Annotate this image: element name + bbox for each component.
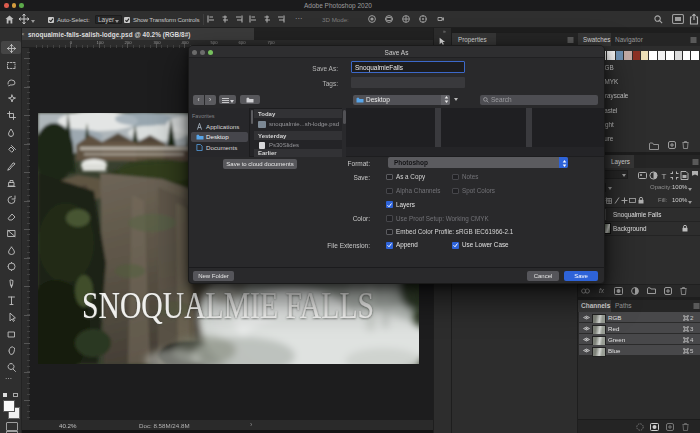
svg-text:T: T <box>662 172 667 181</box>
svg-text:SNOQUALMIE FALLS: SNOQUALMIE FALLS <box>82 284 374 326</box>
